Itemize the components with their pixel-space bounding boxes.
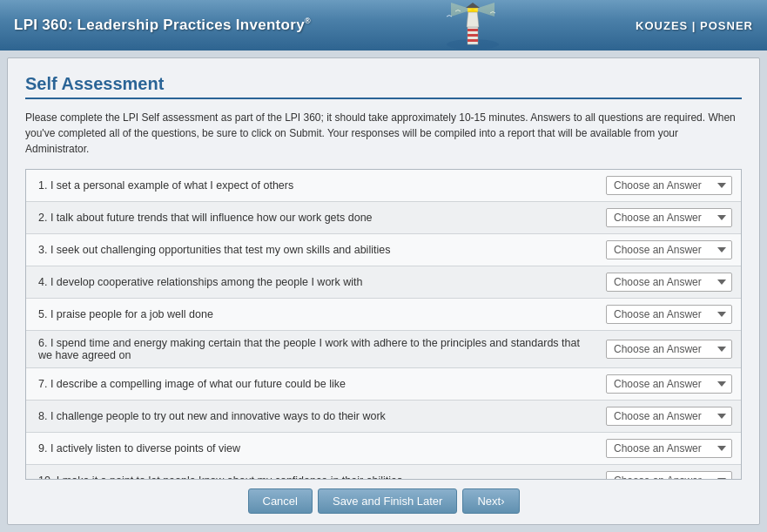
answer-select[interactable]: Choose an Answer1 - Almost Never2 - Rare… xyxy=(606,305,732,324)
answer-select[interactable]: Choose an Answer1 - Almost Never2 - Rare… xyxy=(606,407,732,426)
page-title: Self Assessment xyxy=(25,74,742,99)
question-text: 3. I seek out challenging opportunities … xyxy=(38,244,606,256)
question-text: 1. I set a personal example of what I ex… xyxy=(38,179,606,192)
question-text: 4. I develop cooperative relationships a… xyxy=(38,276,606,288)
question-row: 7. I describe a compelling image of what… xyxy=(26,368,741,401)
question-row: 9. I actively listen to diverse points o… xyxy=(26,433,741,465)
header-logo xyxy=(442,1,503,50)
footer-buttons: Cancel Save and Finish Later Next› xyxy=(25,480,742,514)
question-number: 2. xyxy=(38,212,47,224)
question-text: 9. I actively listen to diverse points o… xyxy=(38,442,606,455)
question-number: 3. xyxy=(38,244,47,256)
svg-rect-3 xyxy=(468,29,478,31)
question-text: 2. I talk about future trends that will … xyxy=(38,212,606,224)
question-number: 7. xyxy=(38,378,47,390)
answer-select[interactable]: Choose an Answer1 - Almost Never2 - Rare… xyxy=(606,240,732,259)
answer-select[interactable]: Choose an Answer1 - Almost Never2 - Rare… xyxy=(606,273,732,292)
main-content: Self Assessment Please complete the LPI … xyxy=(7,57,760,525)
answer-select[interactable]: Choose an Answer1 - Almost Never2 - Rare… xyxy=(606,340,732,359)
question-row: 5. I praise people for a job well doneCh… xyxy=(26,299,741,331)
save-later-button[interactable]: Save and Finish Later xyxy=(318,488,457,514)
question-row: 8. I challenge people to try out new and… xyxy=(26,401,741,433)
answer-select[interactable]: Choose an Answer1 - Almost Never2 - Rare… xyxy=(606,208,732,227)
title-text: LPI 360: Leadership Practices Inventory xyxy=(14,17,305,33)
trademark: ® xyxy=(305,17,311,25)
svg-rect-4 xyxy=(468,34,478,37)
question-number: 9. xyxy=(38,442,47,455)
question-row: 3. I seek out challenging opportunities … xyxy=(26,234,741,266)
question-row: 4. I develop cooperative relationships a… xyxy=(26,266,741,299)
answer-select[interactable]: Choose an Answer1 - Almost Never2 - Rare… xyxy=(606,176,732,195)
question-row: 10. I make it a point to let people know… xyxy=(26,465,741,480)
answer-select[interactable]: Choose an Answer1 - Almost Never2 - Rare… xyxy=(606,471,732,480)
instructions-text: Please complete the LPI Self assessment … xyxy=(25,110,742,157)
question-row: 1. I set a personal example of what I ex… xyxy=(26,170,741,202)
question-number: 8. xyxy=(38,410,47,422)
cancel-button[interactable]: Cancel xyxy=(248,488,313,514)
next-button[interactable]: Next› xyxy=(462,488,519,514)
answer-select[interactable]: Choose an Answer1 - Almost Never2 - Rare… xyxy=(606,439,732,458)
header: LPI 360: Leadership Practices Inventory® xyxy=(0,0,767,51)
question-text: 8. I challenge people to try out new and… xyxy=(38,410,606,422)
svg-rect-5 xyxy=(468,39,478,42)
question-text: 7. I describe a compelling image of what… xyxy=(38,378,606,390)
question-row: 6. I spend time and energy making certai… xyxy=(26,331,741,368)
brand-name: KOUZES | POSNER xyxy=(636,19,753,32)
question-number: 4. xyxy=(38,276,47,288)
question-number: 6. xyxy=(38,337,47,349)
question-text: 5. I praise people for a job well done xyxy=(38,308,606,320)
question-number: 5. xyxy=(38,308,47,320)
answer-select[interactable]: Choose an Answer1 - Almost Never2 - Rare… xyxy=(606,374,732,394)
questions-container: 1. I set a personal example of what I ex… xyxy=(25,169,742,480)
question-row: 2. I talk about future trends that will … xyxy=(26,202,741,234)
app-title: LPI 360: Leadership Practices Inventory® xyxy=(14,17,311,34)
question-number: 1. xyxy=(38,179,47,192)
question-text: 6. I spend time and energy making certai… xyxy=(38,337,606,361)
